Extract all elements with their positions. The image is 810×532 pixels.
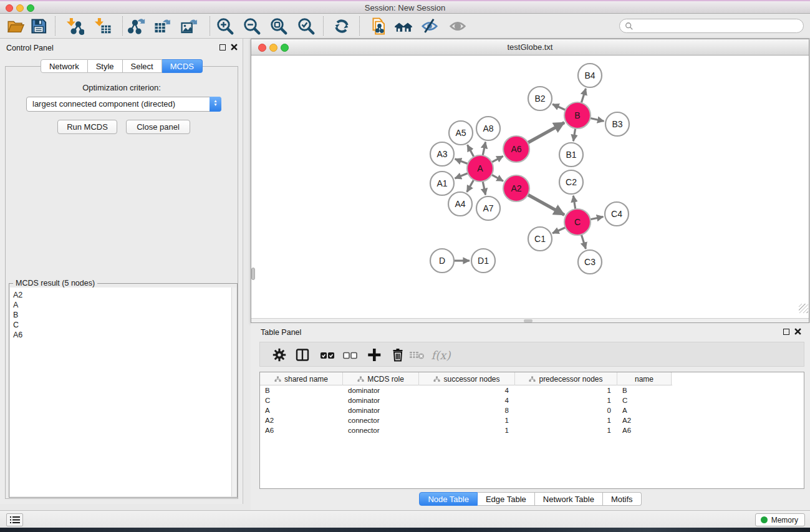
edge-A-A3[interactable] (455, 159, 469, 164)
edge-B-B4[interactable] (581, 89, 586, 104)
edge-A-A4[interactable] (467, 179, 474, 191)
network-graph[interactable]: B4B2BB3A5A8A6A3B1AA1C2A2A4A7C4CC1C3DD1 (251, 56, 809, 318)
import-network-button[interactable] (64, 16, 86, 37)
edge-A-A5[interactable] (468, 145, 475, 157)
tab-network-table[interactable]: Network Table (535, 492, 603, 506)
edge-C-C4[interactable] (590, 216, 604, 220)
search-input[interactable] (634, 22, 803, 31)
delete-button[interactable] (387, 344, 408, 365)
table-cell[interactable]: B (617, 385, 672, 395)
table-cell[interactable]: C (617, 395, 672, 405)
gear-button[interactable] (269, 344, 290, 365)
first-neighbors-button[interactable] (392, 16, 415, 37)
table-cell[interactable]: dominator (343, 405, 419, 415)
export-image-button[interactable] (178, 16, 201, 37)
window-resize-grip[interactable] (799, 304, 808, 313)
delete-table-button[interactable] (407, 344, 428, 365)
tab-mcds[interactable]: MCDS (162, 59, 203, 73)
tab-edge-table[interactable]: Edge Table (478, 492, 535, 506)
result-item[interactable]: A2 (13, 290, 236, 300)
task-history-button[interactable] (6, 513, 23, 526)
table-cell[interactable]: A (260, 405, 343, 415)
edge-A-A6[interactable] (491, 156, 503, 162)
table-cell[interactable]: A (617, 405, 672, 415)
tab-node-table[interactable]: Node Table (419, 492, 478, 506)
table-cell[interactable]: C (260, 395, 343, 405)
network-canvas[interactable]: B4B2BB3A5A8A6A3B1AA1C2A2A4A7C4CC1C3DD1 (251, 56, 809, 318)
mcds-result-list[interactable]: A2ABCA6 (10, 288, 236, 496)
table-cell[interactable]: 1 (515, 395, 617, 405)
column-header-predecessor-nodes[interactable]: predecessor nodes (515, 372, 617, 385)
table-cell[interactable]: connector (343, 425, 419, 435)
table-cell[interactable]: 1 (515, 415, 617, 425)
edge-B-B3[interactable] (590, 118, 604, 121)
table-row[interactable]: Adominator80A (260, 405, 804, 415)
network-horizontal-scrollbar[interactable] (251, 318, 809, 322)
table-cell[interactable]: 1 (515, 425, 617, 435)
edge-C-C2[interactable] (573, 196, 576, 210)
tab-network[interactable]: Network (41, 59, 88, 73)
edge-B-B2[interactable] (552, 104, 566, 110)
table-row[interactable]: Cdominator41C (260, 395, 804, 405)
table-cell[interactable]: A2 (260, 415, 343, 425)
deselect-all-button[interactable] (339, 344, 360, 365)
memory-button[interactable]: Memory (755, 513, 805, 526)
table-cell[interactable]: 4 (419, 385, 515, 395)
table-cell[interactable]: 4 (419, 395, 515, 405)
add-button[interactable] (364, 344, 385, 365)
tab-style[interactable]: Style (88, 59, 123, 73)
table-cell[interactable]: 1 (419, 425, 515, 435)
close-panel-icon[interactable] (231, 44, 238, 51)
table-row[interactable]: A2connector11A2 (260, 415, 804, 425)
column-header-successor-nodes[interactable]: successor nodes (419, 372, 515, 385)
network-window-titlebar[interactable]: testGlobe.txt (251, 39, 809, 56)
zoom-out-button[interactable] (241, 16, 263, 37)
result-item[interactable]: A (13, 300, 236, 310)
result-item[interactable]: C (13, 320, 236, 330)
table-cell[interactable]: dominator (343, 395, 419, 405)
edge-C-C1[interactable] (552, 227, 566, 233)
table-cell[interactable]: A6 (617, 425, 672, 435)
node-table[interactable]: shared nameMCDS rolesuccessor nodesprede… (259, 372, 804, 489)
new-network-from-selection-button[interactable] (367, 16, 389, 37)
float-panel-icon[interactable] (219, 44, 226, 51)
export-table-button[interactable] (152, 16, 174, 37)
table-cell[interactable]: 0 (515, 405, 617, 415)
import-table-button[interactable] (92, 16, 114, 37)
function-builder-button[interactable]: f(x) (427, 344, 455, 365)
float-table-panel-icon[interactable] (783, 329, 789, 335)
edge-A2-C[interactable] (528, 195, 564, 215)
table-row[interactable]: A6connector11A6 (260, 425, 804, 435)
table-cell[interactable]: connector (343, 415, 419, 425)
refresh-button[interactable] (330, 16, 353, 37)
edge-A-A8[interactable] (483, 142, 486, 157)
column-header-MCDS-role[interactable]: MCDS role (343, 372, 419, 385)
table-cell[interactable]: 1 (515, 385, 617, 395)
save-session-button[interactable] (27, 16, 50, 37)
close-panel-button[interactable]: Close panel (126, 120, 190, 134)
edge-A-A2[interactable] (491, 175, 503, 181)
edge-A-A7[interactable] (483, 181, 486, 195)
run-mcds-button[interactable]: Run MCDS (57, 120, 117, 134)
show-all-button[interactable] (446, 16, 469, 37)
result-list-scrollbar[interactable] (231, 288, 236, 496)
select-all-button[interactable] (317, 344, 338, 365)
table-cell[interactable]: A6 (260, 425, 343, 435)
hide-selected-button[interactable] (418, 16, 441, 37)
edge-A-A1[interactable] (455, 173, 468, 178)
table-cell[interactable]: 8 (419, 405, 515, 415)
column-header-name[interactable]: name (617, 372, 672, 385)
search-field[interactable] (619, 19, 804, 33)
result-item[interactable]: A6 (13, 330, 236, 340)
open-session-button[interactable] (4, 16, 27, 37)
table-row[interactable]: Bdominator41B (260, 385, 804, 395)
table-cell[interactable]: A2 (617, 415, 672, 425)
table-cell[interactable]: dominator (343, 385, 419, 395)
table-cell[interactable]: 1 (419, 415, 515, 425)
table-cell[interactable]: B (260, 385, 343, 395)
column-layout-button[interactable] (292, 344, 313, 365)
column-header-shared-name[interactable]: shared name (260, 372, 343, 385)
network-vertical-scrollbar[interactable] (251, 268, 255, 280)
export-network-button[interactable] (125, 16, 148, 37)
tab-select[interactable]: Select (123, 59, 162, 73)
